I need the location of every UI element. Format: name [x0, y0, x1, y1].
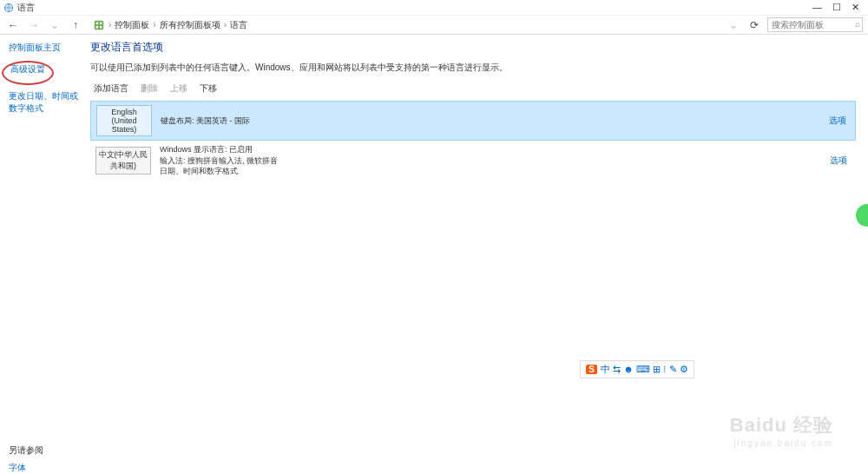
watermark: Baidu 经验 jingyan.baidu.com	[730, 412, 833, 448]
breadcrumb-mid[interactable]: 所有控制面板项	[160, 19, 220, 31]
add-language-button[interactable]: 添加语言	[94, 82, 128, 95]
watermark-sub: jingyan.baidu.com	[730, 438, 833, 448]
recent-dropdown[interactable]: ⌄	[47, 17, 62, 33]
language-name: English (United States)	[96, 105, 152, 136]
breadcrumb-sep: ›	[224, 20, 227, 30]
sidebar: 控制面板主页 高级设置 更改日期、时间或数字格式 另请参阅 字体 位置	[0, 35, 87, 474]
window-title: 语言	[17, 2, 812, 14]
nav-bar: ← → ⌄ ↑ › 控制面板 › 所有控制面板项 › 语言 ⌄ ⟳ ⌕	[0, 16, 868, 35]
move-down-button[interactable]: 下移	[200, 82, 217, 95]
breadcrumb-dropdown[interactable]: ⌄	[726, 17, 741, 33]
globe-icon	[3, 3, 14, 13]
language-row[interactable]: 中文(中华人民共和国) Windows 显示语言: 已启用 输入法: 搜狗拼音输…	[90, 141, 856, 181]
breadcrumb[interactable]: › 控制面板 › 所有控制面板项 › 语言	[89, 16, 720, 34]
ime-toolbar[interactable]: S 中 ⇆ ☻ ⌨ ⊞ ⁝ ✎ ⚙	[580, 360, 694, 379]
breadcrumb-leaf[interactable]: 语言	[230, 19, 247, 31]
language-options-link[interactable]: 选项	[829, 115, 846, 127]
language-detail-line: Windows 显示语言: 已启用	[160, 144, 830, 155]
language-name: 中文(中华人民共和国)	[95, 147, 151, 174]
watermark-main: Baidu 经验	[730, 412, 833, 438]
page-description: 可以使用已添加到列表中的任何语言键入。Windows、应用和网站将以列表中受支持…	[90, 62, 856, 74]
control-panel-icon	[93, 19, 105, 31]
main-panel: 更改语言首选项 可以使用已添加到列表中的任何语言键入。Windows、应用和网站…	[87, 35, 868, 474]
breadcrumb-sep: ›	[108, 20, 111, 30]
language-toolbar: 添加语言 删除 上移 下移	[90, 82, 856, 95]
up-button[interactable]: ↑	[68, 17, 83, 33]
window-buttons: — ☐ ✕	[812, 2, 859, 13]
minimize-button[interactable]: —	[812, 2, 822, 13]
ime-buttons[interactable]: 中 ⇆ ☻ ⌨ ⊞ ⁝ ✎ ⚙	[601, 363, 688, 376]
language-options-link[interactable]: 选项	[830, 155, 847, 167]
forward-button[interactable]: →	[26, 17, 42, 33]
page-heading: 更改语言首选项	[90, 40, 856, 55]
seealso-fonts-link[interactable]: 字体	[9, 462, 78, 474]
maximize-button[interactable]: ☐	[832, 2, 841, 13]
svg-rect-5	[100, 25, 102, 28]
svg-rect-3	[100, 22, 102, 24]
window-titlebar: 语言 — ☐ ✕	[0, 0, 868, 16]
language-list: English (United States) 键盘布局: 美国英语 - 国际 …	[90, 100, 856, 181]
refresh-button[interactable]: ⟳	[746, 17, 762, 33]
breadcrumb-sep: ›	[153, 20, 155, 30]
svg-rect-2	[96, 22, 99, 24]
search-input[interactable]	[767, 17, 863, 32]
breadcrumb-root[interactable]: 控制面板	[115, 19, 149, 31]
remove-language-button[interactable]: 删除	[141, 82, 158, 95]
language-details: Windows 显示语言: 已启用 输入法: 搜狗拼音输入法, 微软拼音 日期、…	[160, 144, 830, 177]
language-detail-line: 输入法: 搜狗拼音输入法, 微软拼音	[160, 155, 830, 167]
annotation-ellipse: 高级设置	[2, 61, 54, 85]
sidebar-home-link[interactable]: 控制面板主页	[9, 42, 78, 54]
language-detail-line: 日期、时间和数字格式	[160, 166, 830, 177]
svg-rect-1	[95, 20, 104, 30]
sogou-icon[interactable]: S	[586, 365, 597, 374]
language-row[interactable]: English (United States) 键盘布局: 美国英语 - 国际 …	[90, 101, 856, 141]
back-button[interactable]: ←	[5, 17, 21, 33]
language-detail-line: 键盘布局: 美国英语 - 国际	[161, 115, 829, 127]
search-wrap: ⌕	[767, 17, 863, 32]
seealso-header: 另请参阅	[9, 444, 78, 457]
move-up-button[interactable]: 上移	[170, 82, 187, 95]
close-button[interactable]: ✕	[852, 2, 859, 13]
sidebar-advanced-link[interactable]: 高级设置	[10, 63, 45, 76]
search-icon[interactable]: ⌕	[855, 19, 860, 29]
language-details: 键盘布局: 美国英语 - 国际	[161, 115, 829, 127]
svg-rect-4	[96, 25, 99, 28]
content-body: 控制面板主页 高级设置 更改日期、时间或数字格式 另请参阅 字体 位置 更改语言…	[0, 35, 868, 474]
sidebar-dateformat-link[interactable]: 更改日期、时间或数字格式	[9, 90, 78, 115]
